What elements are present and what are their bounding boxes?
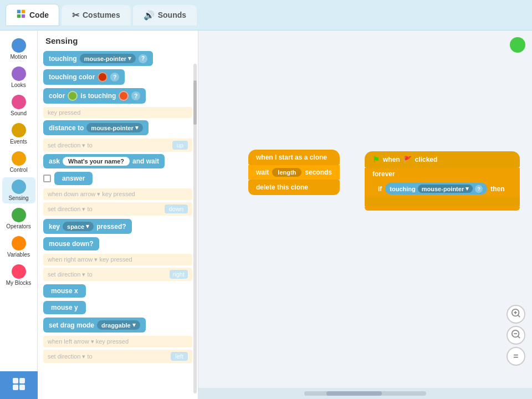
- variables-dot: [12, 236, 26, 250]
- mousex-text: mouse x: [51, 287, 78, 295]
- clone-hat-text: when I start as a clone: [256, 154, 327, 161]
- tab-sounds-label: Sounds: [158, 11, 186, 19]
- myblocks-dot: [12, 264, 26, 279]
- block-color-touching[interactable]: color is touching ?: [43, 88, 192, 104]
- code-icon: [16, 9, 26, 21]
- clicked-text: clicked: [415, 156, 438, 163]
- ask-text: ask: [49, 157, 60, 165]
- sidebar-item-motion[interactable]: Motion: [2, 36, 35, 62]
- svg-rect-2: [17, 14, 21, 18]
- looks-dot: [12, 66, 26, 81]
- svg-line-9: [518, 336, 520, 338]
- distance-text: distance to: [49, 124, 84, 132]
- sounds-icon: 🔊: [144, 10, 155, 21]
- forever-text: forever: [372, 170, 395, 178]
- horizontal-scrollbar: [198, 388, 532, 399]
- scroll-thumb[interactable]: [326, 391, 382, 396]
- forever-block[interactable]: forever: [365, 168, 520, 180]
- looks-label: Looks: [11, 82, 26, 88]
- block-mousex[interactable]: mouse x: [43, 284, 192, 298]
- touching-question: ?: [139, 54, 147, 63]
- flag-icon: ⚑: [372, 155, 380, 164]
- forever-cap: [365, 206, 520, 211]
- then-text: then: [490, 185, 504, 193]
- block-touching-text: touching: [49, 55, 77, 63]
- ghost-right-arrow: when right arrow ▾ key pressed: [43, 254, 192, 265]
- seconds-text: seconds: [305, 168, 332, 176]
- zoom-in-button[interactable]: [507, 305, 525, 324]
- if-touching-block[interactable]: if touching mouse-pointer ▾ ? then: [365, 180, 520, 197]
- panel-scrollbar-thumb[interactable]: [193, 80, 197, 125]
- color-circle-green[interactable]: [68, 91, 78, 101]
- block-mousedown[interactable]: mouse down?: [43, 237, 192, 250]
- svg-rect-12: [19, 378, 25, 383]
- myblocks-label: My Blocks: [6, 280, 32, 286]
- color-text: color: [49, 92, 65, 100]
- color-circle-orange[interactable]: [119, 91, 129, 101]
- touching-dropdown[interactable]: mouse-pointer ▾: [80, 54, 136, 63]
- answer-text: answer: [62, 175, 85, 182]
- sidebar-item-looks[interactable]: Looks: [2, 64, 35, 90]
- ask-input[interactable]: What's your name?: [63, 157, 130, 166]
- mousedown-text: mouse down?: [49, 240, 94, 248]
- svg-rect-11: [13, 378, 18, 383]
- block-ask[interactable]: ask What's your name? and wait: [43, 154, 192, 168]
- setdrag-text: set drag mode: [49, 321, 94, 329]
- ghost-left-arrow: when left arrow ▾ key pressed: [43, 336, 192, 347]
- and-wait-text: and wait: [132, 157, 159, 165]
- tab-code[interactable]: Code: [6, 4, 59, 26]
- wait-block[interactable]: wait length seconds: [248, 165, 340, 180]
- sidebar-item-operators[interactable]: Operators: [2, 206, 35, 232]
- block-setdrag[interactable]: set drag mode draggable ▾: [43, 318, 192, 332]
- distance-dropdown[interactable]: mouse-pointer ▾: [86, 123, 142, 132]
- sidebar-item-sound[interactable]: Sound: [2, 93, 35, 119]
- sidebar-item-variables[interactable]: Variables: [2, 234, 35, 260]
- stage-area: when I start as a clone wait length seco…: [198, 30, 532, 399]
- sidebar-item-control[interactable]: Control: [2, 149, 35, 175]
- green-flag-stack: ⚑ when 🚩 clicked forever if touching mou…: [365, 151, 520, 211]
- blocks-panel: Sensing touching mouse-pointer ▾ ? touch…: [38, 30, 198, 399]
- zoom-fit-button[interactable]: =: [507, 347, 525, 366]
- green-flag-hat[interactable]: ⚑ when 🚩 clicked: [365, 151, 520, 168]
- zoom-out-button[interactable]: [507, 326, 525, 345]
- answer-block[interactable]: answer: [54, 172, 93, 185]
- tab-code-label: Code: [29, 11, 49, 19]
- sidebar-item-myblocks[interactable]: My Blocks: [2, 262, 35, 288]
- zoom-fit-icon: =: [513, 351, 518, 361]
- touching-cond-dropdown[interactable]: mouse-pointer ▾: [418, 185, 473, 193]
- costumes-icon: ✂: [72, 10, 79, 21]
- clone-hat[interactable]: when I start as a clone: [248, 150, 340, 165]
- svg-rect-13: [13, 385, 18, 390]
- tab-sounds[interactable]: 🔊 Sounds: [133, 5, 197, 25]
- bottom-left-button[interactable]: [0, 371, 38, 399]
- top-bar: Code ✂ Costumes 🔊 Sounds: [0, 0, 532, 30]
- block-touching[interactable]: touching mouse-pointer ▾ ?: [43, 51, 192, 66]
- tab-costumes-label: Costumes: [83, 11, 120, 19]
- block-key[interactable]: key space ▾ pressed?: [43, 219, 192, 234]
- key-dropdown[interactable]: space ▾: [63, 222, 94, 231]
- block-answer[interactable]: answer: [43, 172, 192, 185]
- operators-label: Operators: [6, 223, 30, 229]
- block-distance[interactable]: distance to mouse-pointer ▾: [43, 120, 192, 135]
- drag-dropdown[interactable]: draggable ▾: [97, 320, 140, 330]
- wait-text: wait: [256, 168, 269, 176]
- panel-scrollbar-track: [193, 64, 197, 393]
- ghost-set-direction-1: set direction ▾ to up: [43, 139, 192, 152]
- touching-color-text: touching color: [49, 73, 95, 81]
- motion-label: Motion: [10, 54, 27, 60]
- tab-costumes[interactable]: ✂ Costumes: [62, 5, 131, 25]
- ghost-set-direction-4: set direction ▾ to left: [43, 350, 192, 363]
- touching-condition[interactable]: touching mouse-pointer ▾ ?: [385, 183, 487, 195]
- answer-checkbox[interactable]: [43, 175, 51, 182]
- mousey-text: mouse y: [51, 304, 78, 311]
- block-mousey[interactable]: mouse y: [43, 301, 192, 314]
- ghost-when-down: when down arrow ▾ key pressed: [43, 188, 192, 200]
- sidebar-item-events[interactable]: Events: [2, 121, 35, 147]
- sidebar-item-sensing[interactable]: Sensing: [2, 177, 35, 203]
- color-touching-question: ?: [131, 91, 140, 100]
- delete-clone-block[interactable]: delete this clone: [248, 180, 340, 195]
- main-layout: Motion Looks Sound Events Control Sensin…: [0, 30, 532, 399]
- touching-color-circle[interactable]: [98, 72, 108, 82]
- block-touching-color[interactable]: touching color ?: [43, 69, 192, 85]
- touching-cond-question: ?: [475, 185, 483, 193]
